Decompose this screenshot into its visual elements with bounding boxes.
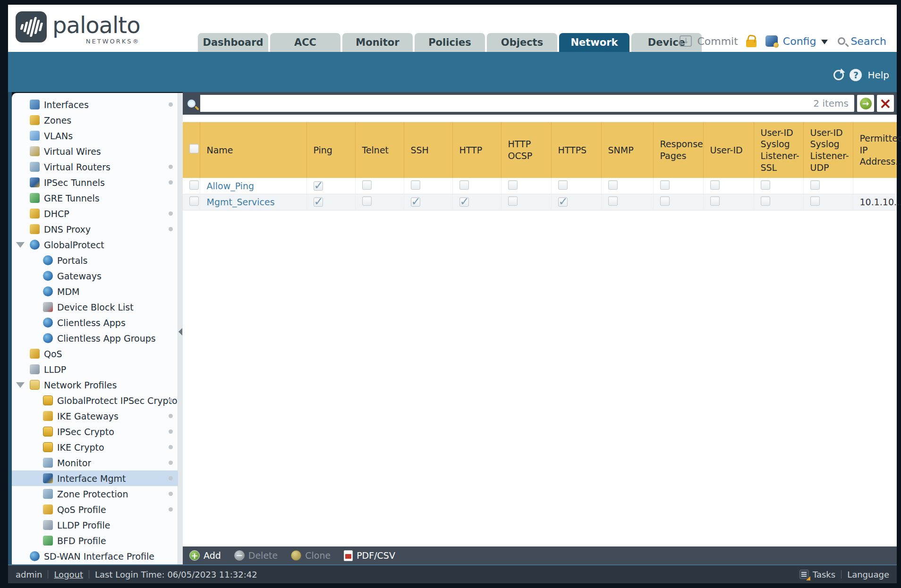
refresh-icon[interactable] — [833, 70, 844, 80]
select-all-checkbox[interactable] — [189, 144, 199, 153]
tab-monitor[interactable]: Monitor — [342, 33, 413, 52]
user-id-ssl-checkbox[interactable] — [761, 196, 770, 206]
col-user-id-syslog-ssl[interactable]: User-ID Syslog Listener-SSL — [754, 122, 803, 178]
tab-objects[interactable]: Objects — [487, 33, 557, 52]
col-ssh[interactable]: SSH — [404, 122, 452, 178]
sidebar-item-dhcp[interactable]: DHCP — [12, 206, 178, 221]
col-http[interactable]: HTTP — [452, 122, 501, 178]
add-button[interactable]: +Add — [189, 550, 221, 561]
language-link[interactable]: Language — [847, 570, 889, 580]
profile-link[interactable]: Allow_Ping — [207, 181, 255, 191]
logout-link[interactable]: Logout — [54, 570, 83, 580]
commit-button[interactable]: Commit — [697, 35, 738, 47]
response-pages-checkbox[interactable] — [660, 180, 670, 190]
https-checkbox[interactable]: ✓ — [558, 197, 568, 207]
https-checkbox[interactable] — [558, 180, 568, 190]
sidebar-item-interface-mgmt[interactable]: Interface Mgmt — [12, 470, 178, 486]
user-id-udp-checkbox[interactable] — [810, 180, 820, 190]
col-http-ocsp[interactable]: HTTP OCSP — [501, 122, 551, 178]
expander-icon[interactable] — [16, 382, 25, 388]
sidebar-item-zone-protection[interactable]: Zone Protection — [12, 486, 178, 502]
sidebar-item-lldp-profile[interactable]: LLDP Profile — [12, 517, 178, 533]
tab-acc[interactable]: ACC — [270, 33, 340, 52]
row-checkbox[interactable] — [189, 180, 199, 190]
sidebar-item-gateways[interactable]: Gateways — [12, 268, 178, 284]
sidebar-item-ike-gateways[interactable]: IKE Gateways — [12, 408, 178, 424]
ssh-checkbox[interactable] — [411, 180, 420, 190]
sidebar-collapse-icon[interactable] — [178, 328, 182, 336]
sidebar-item-mdm[interactable]: MDM — [12, 284, 178, 299]
tab-dashboard[interactable]: Dashboard — [198, 33, 268, 52]
telnet-checkbox[interactable] — [362, 180, 372, 190]
col-name[interactable]: Name — [200, 122, 306, 178]
tab-policies[interactable]: Policies — [415, 33, 485, 52]
help-label[interactable]: Help — [867, 69, 889, 81]
snmp-checkbox[interactable] — [608, 196, 618, 206]
telnet-checkbox[interactable] — [362, 196, 372, 206]
apply-filter-button[interactable]: → — [857, 95, 874, 112]
col-telnet[interactable]: Telnet — [355, 122, 404, 178]
sidebar-item-interfaces[interactable]: Interfaces — [12, 97, 178, 112]
col-https[interactable]: HTTPS — [551, 122, 601, 178]
col-ping[interactable]: Ping — [306, 122, 355, 178]
config-menu-button[interactable]: Config — [783, 35, 816, 47]
sidebar-item-clientless-apps[interactable]: Clientless Apps — [12, 315, 178, 330]
lock-icon[interactable] — [746, 40, 756, 47]
sidebar-scrollbar[interactable] — [178, 93, 183, 564]
sidebar-item-network-profiles[interactable]: Network Profiles — [12, 377, 178, 393]
ssh-checkbox[interactable]: ✓ — [411, 197, 420, 207]
sidebar-item-device-block-list[interactable]: Device Block List — [12, 299, 178, 315]
tab-network[interactable]: Network — [559, 33, 629, 52]
user-id-checkbox[interactable] — [710, 196, 720, 206]
sidebar-item-qos[interactable]: QoS — [12, 346, 178, 361]
sidebar-item-dns-proxy[interactable]: DNS Proxy — [12, 221, 178, 237]
col-user-id[interactable]: User-ID — [703, 122, 754, 178]
response-pages-checkbox[interactable] — [660, 196, 670, 206]
filter-input[interactable] — [200, 95, 813, 112]
sidebar-item-portals[interactable]: Portals — [12, 252, 178, 268]
user-id-ssl-checkbox[interactable] — [761, 180, 770, 190]
delete-button[interactable]: −Delete — [234, 550, 278, 561]
http-checkbox[interactable]: ✓ — [459, 197, 469, 207]
sidebar-item-ike-crypto[interactable]: IKE Crypto — [12, 439, 178, 455]
pdf-csv-button[interactable]: PDF/CSV — [344, 550, 395, 561]
sidebar-item-virtual-routers[interactable]: Virtual Routers — [12, 159, 178, 175]
ping-checkbox[interactable]: ✓ — [314, 181, 323, 191]
sidebar-item-globalprotect[interactable]: GlobalProtect — [12, 237, 178, 252]
expander-icon[interactable] — [16, 242, 25, 248]
http-checkbox[interactable] — [459, 180, 469, 190]
sidebar-item-lldp[interactable]: LLDP — [12, 361, 178, 377]
sidebar-item-gre-tunnels[interactable]: GRE Tunnels — [12, 190, 178, 206]
clone-button[interactable]: Clone — [291, 550, 331, 561]
profile-link[interactable]: Mgmt_Services — [207, 197, 275, 207]
user-id-checkbox[interactable] — [710, 180, 720, 190]
sidebar-item-ipsec-crypto[interactable]: IPSec Crypto — [12, 424, 178, 439]
sidebar-item-sdwan-interface-profile[interactable]: SD-WAN Interface Profile — [12, 548, 178, 564]
snmp-checkbox[interactable] — [608, 180, 618, 190]
tasks-link[interactable]: Tasks — [813, 570, 835, 580]
sidebar-item-bfd-profile[interactable]: BFD Profile — [12, 533, 178, 548]
col-response-pages[interactable]: Response Pages — [653, 122, 703, 178]
chevron-down-icon[interactable] — [821, 40, 828, 44]
tasks-icon[interactable] — [799, 570, 809, 579]
sidebar-item-clientless-app-groups[interactable]: Clientless App Groups — [12, 330, 178, 346]
clear-filter-button[interactable]: × — [877, 95, 894, 112]
user-id-udp-checkbox[interactable] — [810, 196, 820, 206]
row-checkbox[interactable] — [189, 196, 199, 206]
arrow-right-icon: → — [860, 98, 872, 109]
sidebar-item-qos-profile[interactable]: QoS Profile — [12, 502, 178, 517]
sidebar-item-vlans[interactable]: VLANs — [12, 128, 178, 143]
http-ocsp-checkbox[interactable] — [508, 196, 518, 206]
col-snmp[interactable]: SNMP — [601, 122, 653, 178]
col-permitted-ip[interactable]: Permitted IP Address... — [853, 122, 897, 178]
http-ocsp-checkbox[interactable] — [508, 180, 518, 190]
sidebar-item-globalprotect-ipsec-crypto[interactable]: GlobalProtect IPSec Crypto — [12, 393, 178, 408]
help-icon[interactable]: ? — [850, 69, 862, 81]
sidebar-item-zones[interactable]: Zones — [12, 112, 178, 128]
sidebar-item-ipsec-tunnels[interactable]: IPSec Tunnels — [12, 175, 178, 190]
global-search-button[interactable]: Search — [850, 35, 886, 47]
sidebar-item-monitor[interactable]: Monitor — [12, 455, 178, 470]
col-user-id-syslog-udp[interactable]: User-ID Syslog Listener-UDP — [803, 122, 853, 178]
sidebar-item-virtual-wires[interactable]: Virtual Wires — [12, 143, 178, 159]
ping-checkbox[interactable]: ✓ — [314, 197, 323, 207]
